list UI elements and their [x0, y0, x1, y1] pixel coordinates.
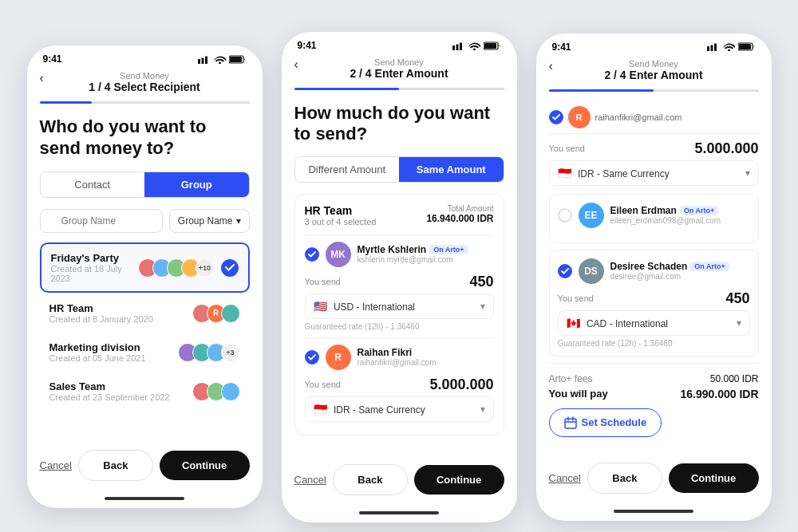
desiree-card: DS Desiree Schaden On Arto+ desiree@gmai…	[549, 250, 759, 357]
sort-button-1[interactable]: Group Name ▾	[169, 209, 250, 233]
cancel-btn-2[interactable]: Cancel	[294, 474, 326, 486]
myrtle-name: Myrtle Kshlerin On Arto+	[358, 244, 494, 255]
avatar-circle	[221, 382, 240, 401]
search-row-1: 🔍 Group Name ▾	[40, 209, 250, 233]
recipient-header-2: HR Team 3 out of 4 selected Total Amount…	[305, 204, 494, 227]
svg-rect-11	[710, 45, 713, 52]
desiree-checkbox[interactable]	[558, 264, 572, 278]
svg-rect-10	[707, 46, 709, 51]
footer-1: Cancel Back Continue	[27, 442, 263, 494]
raihan-curr-3[interactable]: 🇮🇩 IDR - Same Currency ▾	[549, 160, 759, 186]
footer-2: Cancel Back Continue	[282, 456, 517, 508]
desiree-currency-row[interactable]: 🇨🇦 CAD - International ▾	[558, 310, 750, 336]
cancel-btn-1[interactable]: Cancel	[40, 459, 72, 471]
screen3-phone: 9:41 ‹ Send Money 2 / 4 Enter Amount R	[536, 33, 772, 521]
tab-contact[interactable]: Contact	[41, 172, 145, 197]
schedule-label: Set Schedule	[582, 416, 647, 428]
header-2: ‹ Send Money 2 / 4 Enter Amount	[282, 54, 517, 88]
signal-icon	[198, 55, 211, 64]
recipient-group-info: HR Team 3 out of 4 selected	[305, 204, 377, 227]
continue-btn-2[interactable]: Continue	[414, 465, 504, 495]
back-btn-1[interactable]: Back	[78, 450, 153, 481]
battery-icon	[229, 55, 247, 64]
myrtle-amount: 450	[469, 274, 493, 290]
back-arrow-1[interactable]: ‹	[40, 71, 44, 85]
tab-diff-amt[interactable]: Different Amount	[295, 157, 400, 182]
desiree-send-label: You send	[558, 294, 594, 303]
group-item-1[interactable]: HR Team Created at 8 January 2020 R	[40, 294, 250, 332]
raihan-chev-3: ▾	[745, 167, 750, 179]
group-date-1: Created at 8 January 2020	[49, 314, 192, 324]
continue-btn-1[interactable]: Continue	[160, 451, 250, 480]
raihan-currency-label: IDR - Same Currency	[334, 404, 425, 416]
recipient-card-2: HR Team 3 out of 4 selected Total Amount…	[294, 194, 504, 435]
continue-btn-3[interactable]: Continue	[669, 463, 759, 493]
desiree-badge: On Arto+	[690, 262, 729, 271]
myrtle-row: MK Myrtle Kshlerin On Arto+ kshlerin.myr…	[305, 242, 494, 267]
svg-rect-4	[230, 57, 242, 62]
raihan-currency-row[interactable]: 🇮🇩 IDR - Same Currency ▾	[305, 396, 494, 422]
time-3: 9:41	[552, 41, 571, 53]
raihan-curr-label-3: IDR - Same Currency	[578, 168, 670, 179]
svg-rect-15	[565, 419, 576, 428]
raihan-row: R Raihan Fikri raihanfikri@gmail.com	[305, 345, 494, 370]
myrtle-info: Myrtle Kshlerin On Arto+ kshlerin.myrtle…	[358, 244, 494, 264]
wifi-icon-3	[723, 42, 735, 51]
desiree-info: Desiree Schaden On Arto+ desiree@gmail.c…	[610, 261, 750, 281]
svg-rect-9	[484, 43, 496, 49]
tab-group[interactable]: Group	[144, 172, 249, 197]
avatar-circle	[221, 304, 240, 323]
search-input-1[interactable]	[40, 209, 163, 233]
you-pay-label: You will pay	[549, 388, 608, 400]
myrtle-currency-row[interactable]: 🇺🇸 USD - International ▾	[305, 294, 494, 319]
group-item-3[interactable]: Sales Team Created at 23 September 2022	[40, 372, 250, 410]
myrtle-send-row: You send 450	[305, 274, 494, 290]
cancel-btn-3[interactable]: Cancel	[549, 472, 581, 484]
svg-rect-5	[452, 45, 455, 50]
check-icon-0	[221, 259, 239, 277]
eileen-checkbox[interactable]	[558, 208, 572, 223]
battery-icon-3	[738, 42, 756, 51]
raihan-check-3[interactable]	[549, 110, 563, 124]
you-pay-value: 16.990.000 IDR	[680, 388, 758, 400]
group-date-2: Created at 05 June 2021	[49, 353, 178, 363]
total-amount-value: 16.940.000 IDR	[426, 213, 493, 224]
myrtle-checkbox[interactable]	[305, 247, 319, 262]
back-btn-2[interactable]: Back	[333, 464, 408, 495]
calendar-icon	[564, 416, 577, 429]
desiree-amount: 450	[725, 290, 749, 307]
desiree-flag: 🇨🇦	[567, 317, 580, 329]
back-arrow-2[interactable]: ‹	[294, 57, 298, 72]
set-schedule-btn[interactable]: Set Schedule	[549, 408, 662, 437]
signal-icon-3	[707, 42, 720, 51]
raihan-slabel-3: You send	[549, 144, 585, 153]
raihan-email: raihanfikri@gmail.com	[358, 358, 494, 367]
raihan-info-3: raihanfikri@gmail.com	[595, 112, 759, 122]
home-indicator-1	[105, 497, 184, 500]
battery-icon-2	[484, 41, 501, 50]
total-amount-block: Total Amount 16.940.000 IDR	[426, 204, 493, 224]
wifi-icon	[214, 55, 226, 64]
tab-group-2: Different Amount Same Amount	[294, 156, 504, 183]
header-sub-2: Send Money	[374, 57, 424, 67]
raihan-section-2: R Raihan Fikri raihanfikri@gmail.com You…	[305, 337, 494, 422]
group-avatars-0: +10	[138, 258, 215, 278]
group-name-1: HR Team	[49, 302, 192, 314]
eileen-row: EE Eileen Erdman On Arto+ eileen_erdman0…	[558, 203, 750, 228]
status-bar-1: 9:41	[27, 45, 263, 68]
svg-rect-6	[456, 44, 458, 50]
eileen-badge: On Arto+	[680, 206, 718, 215]
home-indicator-3	[614, 510, 693, 513]
tab-same-amt[interactable]: Same Amount	[399, 157, 504, 182]
back-btn-3[interactable]: Back	[587, 463, 662, 494]
screen1-phone: 9:41 ‹ Send Money 1 / 4 Select Recipient…	[27, 45, 263, 508]
group-avatars-3	[192, 382, 240, 401]
back-arrow-3[interactable]: ‹	[549, 59, 553, 73]
raihan-name: Raihan Fikri	[358, 347, 494, 358]
group-info-2: Marketing division Created at 05 June 20…	[49, 341, 178, 363]
main-question-1: Who do you want to send money to?	[40, 116, 250, 159]
group-item-0[interactable]: Friday's Party Created at 18 July 2023 +…	[40, 242, 250, 293]
group-item-2[interactable]: Marketing division Created at 05 June 20…	[40, 333, 250, 371]
raihan-checkbox[interactable]	[305, 350, 319, 365]
status-icons-1	[198, 55, 247, 64]
